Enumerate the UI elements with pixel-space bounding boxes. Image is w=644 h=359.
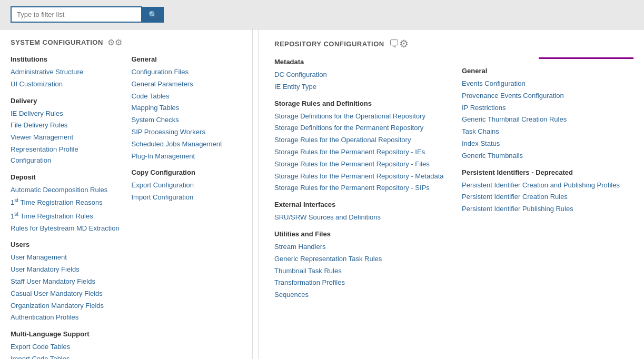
- repo-right-col: General Events Configuration Provenance …: [462, 37, 633, 359]
- repo-general-header: General: [462, 67, 633, 75]
- link-events-configuration[interactable]: Events Configuration: [462, 78, 633, 90]
- link-first-time-registration-rules[interactable]: 1st Time Registration Rules: [11, 210, 121, 223]
- copy-config-header: Copy Configuration: [132, 168, 242, 176]
- link-user-management[interactable]: User Management: [11, 252, 121, 264]
- link-transformation-profiles[interactable]: Transformation Profiles: [274, 277, 446, 289]
- link-storage-def-permanent[interactable]: Storage Definitions for the Permanent Re…: [274, 122, 446, 134]
- link-general-parameters[interactable]: General Parameters: [132, 78, 242, 91]
- link-storage-rules-permanent-ies[interactable]: Storage Rules for the Permanent Reposito…: [274, 146, 446, 158]
- link-configuration-files[interactable]: Configuration Files: [132, 66, 242, 78]
- delivery-header: Delivery: [11, 97, 121, 105]
- repo-config-panel: REPOSITORY CONFIGURATION 🗨⚙ Metadata DC …: [264, 29, 644, 359]
- search-input[interactable]: [11, 6, 142, 23]
- system-config-title: SYSTEM CONFIGURATION: [11, 38, 103, 46]
- users-header: Users: [11, 241, 121, 248]
- system-config-panel: SYSTEM CONFIGURATION ⚙⚙ Institutions Adm…: [0, 29, 253, 359]
- link-stream-handlers[interactable]: Stream Handlers: [274, 241, 446, 253]
- persistent-ids-header: Persistent Identifiers - Deprecated: [462, 168, 633, 176]
- link-storage-rules-permanent-metadata[interactable]: Storage Rules for the Permanent Reposito…: [274, 171, 446, 183]
- system-right-col: General Configuration Files General Para…: [132, 55, 242, 359]
- link-file-delivery-rules[interactable]: File Delivery Rules: [11, 119, 121, 132]
- link-index-status[interactable]: Index Status: [462, 138, 633, 150]
- link-provenance-events-config[interactable]: Provenance Events Configuration: [462, 90, 633, 102]
- link-first-time-registration-reasons[interactable]: 1st Time Registration Reasons: [11, 196, 121, 209]
- link-sru-srw[interactable]: SRU/SRW Sources and Definitions: [274, 212, 446, 224]
- link-sequences[interactable]: Sequences: [274, 289, 446, 301]
- top-bar: 🔍: [0, 0, 644, 29]
- link-ie-delivery-rules[interactable]: IE Delivery Rules: [11, 108, 121, 120]
- institutions-header: Institutions: [11, 55, 121, 63]
- storage-rules-header: Storage Rules and Definitions: [274, 99, 446, 107]
- link-authentication-profiles[interactable]: Authentication Profiles: [11, 312, 121, 324]
- link-generic-thumbnail-creation-rules[interactable]: Generic Thumbnail Creation Rules: [462, 114, 633, 126]
- link-representation-profile-config[interactable]: Representation Profile Configuration: [11, 144, 121, 167]
- link-export-configuration[interactable]: Export Configuration: [132, 180, 242, 192]
- left-columns: Institutions Administrative Structure UI…: [11, 55, 242, 359]
- link-staff-user-mandatory-fields[interactable]: Staff User Mandatory Fields: [11, 276, 121, 288]
- link-generic-thumbnails[interactable]: Generic Thumbnails: [462, 150, 633, 162]
- link-user-mandatory-fields[interactable]: User Mandatory Fields: [11, 264, 121, 276]
- deposit-header: Deposit: [11, 173, 121, 181]
- link-plugin-management[interactable]: Plug-In Management: [132, 151, 242, 163]
- link-rules-bytestream-md[interactable]: Rules for Bytestream MD Extraction: [11, 223, 121, 235]
- link-import-configuration[interactable]: Import Configuration: [132, 192, 242, 204]
- repo-config-header: REPOSITORY CONFIGURATION 🗨⚙: [274, 37, 446, 50]
- link-export-code-tables[interactable]: Export Code Tables: [11, 341, 121, 353]
- search-button[interactable]: 🔍: [142, 7, 164, 23]
- link-ie-entity-type[interactable]: IE Entity Type: [274, 81, 446, 93]
- link-system-checks[interactable]: System Checks: [132, 114, 242, 126]
- link-persistent-id-publishing-rules[interactable]: Persistent Identifier Publishing Rules: [462, 203, 633, 215]
- system-config-header: SYSTEM CONFIGURATION ⚙⚙: [11, 37, 242, 47]
- metadata-header: Metadata: [274, 58, 446, 66]
- link-ui-customization[interactable]: UI Customization: [11, 78, 121, 91]
- link-scheduled-jobs[interactable]: Scheduled Jobs Management: [132, 138, 242, 151]
- link-automatic-decomposition-rules[interactable]: Automatic Decomposition Rules: [11, 184, 121, 196]
- link-thumbnail-task-rules[interactable]: Thumbnail Task Rules: [274, 265, 446, 277]
- link-persistent-id-creation-publishing[interactable]: Persistent Identifier Creation and Publi…: [462, 180, 633, 192]
- link-storage-def-operational[interactable]: Storage Definitions for the Operational …: [274, 111, 446, 123]
- external-interfaces-header: External Interfaces: [274, 201, 446, 208]
- link-ip-restrictions[interactable]: IP Restrictions: [462, 102, 633, 114]
- link-code-tables[interactable]: Code Tables: [132, 91, 242, 103]
- link-administrative-structure[interactable]: Administrative Structure: [11, 66, 121, 78]
- repo-left-col: REPOSITORY CONFIGURATION 🗨⚙ Metadata DC …: [274, 37, 446, 359]
- link-casual-user-mandatory-fields[interactable]: Casual User Mandatory Fields: [11, 288, 121, 300]
- link-storage-rules-permanent-sips[interactable]: Storage Rules for the Permanent Reposito…: [274, 182, 446, 194]
- main-content: SYSTEM CONFIGURATION ⚙⚙ Institutions Adm…: [0, 29, 644, 359]
- link-dc-configuration[interactable]: DC Configuration: [274, 69, 446, 81]
- link-org-mandatory-fields[interactable]: Organization Mandatory Fields: [11, 300, 121, 312]
- utilities-header: Utilities and Files: [274, 230, 446, 238]
- link-generic-representation-task-rules[interactable]: Generic Representation Task Rules: [274, 253, 446, 265]
- link-mapping-tables[interactable]: Mapping Tables: [132, 102, 242, 114]
- link-import-code-tables[interactable]: Import Code Tables: [11, 353, 121, 359]
- search-icon: 🔍: [148, 11, 157, 19]
- link-viewer-management[interactable]: Viewer Management: [11, 132, 121, 144]
- system-left-col: Institutions Administrative Structure UI…: [11, 55, 121, 359]
- link-storage-rules-permanent-files[interactable]: Storage Rules for the Permanent Reposito…: [274, 158, 446, 171]
- link-task-chains[interactable]: Task Chains: [462, 126, 633, 138]
- gear-icon: ⚙⚙: [107, 37, 122, 47]
- db-gear-icon: 🗨⚙: [389, 37, 409, 50]
- general-header: General: [132, 55, 242, 63]
- search-container: 🔍: [11, 6, 164, 23]
- repo-config-title: REPOSITORY CONFIGURATION: [274, 40, 384, 48]
- link-storage-rules-operational[interactable]: Storage Rules for the Operational Reposi…: [274, 134, 446, 146]
- multilang-header: Multi-Language Support: [11, 330, 121, 338]
- link-persistent-id-creation-rules[interactable]: Persistent Identifier Creation Rules: [462, 191, 633, 203]
- panel-divider: [258, 29, 259, 359]
- link-sip-processing-workers[interactable]: SIP Processing Workers: [132, 126, 242, 138]
